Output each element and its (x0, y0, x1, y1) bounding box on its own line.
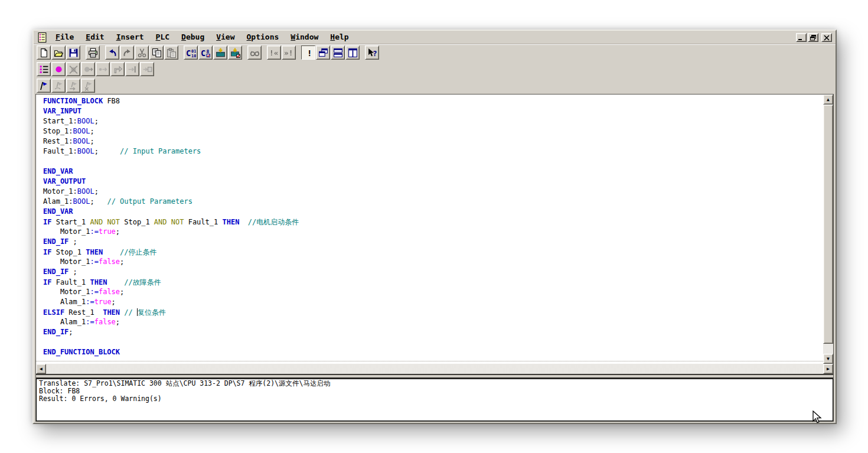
code-line: END_VAR (43, 207, 823, 217)
save-button[interactable] (66, 45, 80, 60)
step-button[interactable] (110, 62, 125, 76)
cascade-windows-button[interactable] (316, 45, 330, 60)
menu-items: FileEditInsertPLCDebugViewOptionsWindowH… (50, 32, 355, 43)
restore-icon (810, 32, 817, 43)
code-line (43, 157, 823, 167)
menu-view[interactable]: View (210, 32, 240, 43)
flag-run-button[interactable] (51, 79, 66, 93)
source-file-icon[interactable] (37, 32, 47, 43)
monitor-flag-button[interactable] (37, 79, 51, 93)
split-window-icon (348, 48, 358, 58)
svg-text:8: 8 (206, 49, 209, 54)
step-icon (113, 64, 123, 74)
scrollbar-right-button[interactable]: ▶ (823, 364, 833, 374)
glasses-icon (250, 48, 260, 58)
code-line: Motor_1:BOOL; (43, 187, 823, 197)
save-icon (68, 48, 79, 58)
cascade-windows-icon (318, 48, 328, 58)
insert-binary-template-button[interactable]: C0110 (184, 45, 198, 60)
menu-debug[interactable]: Debug (175, 32, 210, 43)
undo-button[interactable] (105, 45, 119, 60)
download-check-button[interactable] (228, 45, 242, 60)
flag-delete-button[interactable] (81, 79, 95, 93)
download-icon (216, 48, 226, 58)
compile-button[interactable]: ! (301, 45, 315, 60)
code-line: END_VAR (43, 167, 823, 177)
halt-button[interactable] (140, 62, 154, 76)
client-area: FUNCTION_BLOCK FB8VAR_INPUTStart_1:BOOL;… (35, 94, 834, 422)
menu-help[interactable]: Help (324, 32, 354, 43)
svg-text:!«: !« (269, 48, 278, 57)
tile-windows-icon (333, 48, 343, 58)
code-line: VAR_INPUT (43, 107, 823, 117)
open-button[interactable] (51, 45, 66, 60)
code-line: VAR_OUTPUT (43, 177, 823, 187)
prev-error-icon: !« (269, 48, 279, 58)
menu-bar: FileEditInsertPLCDebugViewOptionsWindowH… (34, 31, 836, 44)
horizontal-scrollbar[interactable]: ◀ ▶ (36, 364, 833, 374)
activate-breakpoint-icon (83, 64, 93, 74)
svg-text:»!: »! (284, 48, 293, 57)
copy-icon (152, 48, 162, 58)
code-line: ELSIF Rest_1 THEN // 复位条件 (43, 308, 823, 318)
delete-breakpoint-button[interactable] (66, 62, 80, 76)
minimize-button[interactable] (796, 33, 807, 42)
code-line: END_FUNCTION_BLOCK (43, 348, 823, 358)
restore-button[interactable] (808, 33, 818, 42)
menu-edit[interactable]: Edit (80, 32, 110, 43)
menu-options[interactable]: Options (241, 32, 285, 43)
code-line: Motor_1:=true; (43, 227, 823, 237)
scrollbar-thumb[interactable] (823, 105, 833, 344)
redo-icon (122, 48, 132, 58)
scrollbar-down-button[interactable]: ▼ (823, 354, 833, 364)
code-viewport[interactable]: FUNCTION_BLOCK FB8VAR_INPUTStart_1:BOOL;… (36, 94, 823, 364)
insert-block-template-button[interactable]: C8 (198, 45, 213, 60)
vertical-scrollbar[interactable]: ▲ ▼ (823, 94, 833, 364)
set-breakpoint-button[interactable] (51, 62, 66, 76)
svg-text:C: C (186, 48, 191, 57)
code-line (43, 338, 823, 348)
continue-button[interactable] (96, 62, 110, 76)
menu-plc[interactable]: PLC (150, 32, 175, 43)
download-button[interactable] (213, 45, 227, 60)
paste-icon (167, 48, 177, 58)
scrollbar-left-button[interactable]: ◀ (36, 364, 46, 374)
close-icon (823, 32, 830, 43)
close-button[interactable] (821, 33, 832, 42)
paste-button[interactable] (164, 45, 178, 60)
split-window-button[interactable] (345, 45, 360, 60)
copy-button[interactable] (149, 45, 164, 60)
breakpoints-list-icon (39, 64, 49, 74)
tile-windows-button[interactable] (331, 45, 345, 60)
code-line: Start_1:BOOL; (43, 117, 823, 127)
code-line: IF Stop_1 THEN //停止条件 (43, 247, 823, 258)
menu-file[interactable]: File (50, 32, 80, 43)
gray-flag-step-icon (68, 81, 79, 91)
code-line: Alam_1:BOOL; // Output Parameters (43, 197, 823, 207)
run-to-cursor-button[interactable] (125, 62, 139, 76)
menu-window[interactable]: Window (285, 32, 324, 43)
flag-step-button[interactable] (66, 79, 80, 93)
monitor-button[interactable] (247, 45, 262, 60)
main-toolbar: C0110C8!«»!!? (34, 44, 836, 61)
gray-flag-run-icon (54, 81, 64, 91)
previous-error-button[interactable]: !« (267, 45, 281, 60)
c8-icon: C8 (201, 48, 211, 58)
activate-breakpoint-button[interactable] (81, 62, 95, 76)
menu-insert[interactable]: Insert (110, 32, 150, 43)
new-button[interactable] (37, 45, 51, 60)
breakpoints-list-button[interactable] (37, 62, 51, 76)
code-line: Alam_1:=true; (43, 298, 823, 308)
pane-splitter[interactable] (36, 374, 833, 379)
c01-icon: C0110 (186, 48, 196, 58)
context-help-button[interactable]: ? (365, 45, 379, 60)
code-line: IF Fault_1 THEN //故障条件 (43, 278, 823, 288)
code-line: Rest_1:BOOL; (43, 137, 823, 147)
redo-button[interactable] (120, 45, 134, 60)
scrollbar-up-button[interactable]: ▲ (823, 94, 833, 105)
debug-toolbar (34, 61, 836, 77)
print-button[interactable] (86, 45, 100, 60)
code-line: IF Start_1 AND NOT Stop_1 AND NOT Fault_… (43, 217, 823, 227)
cut-button[interactable] (135, 45, 149, 60)
next-error-button[interactable]: »! (282, 45, 296, 60)
